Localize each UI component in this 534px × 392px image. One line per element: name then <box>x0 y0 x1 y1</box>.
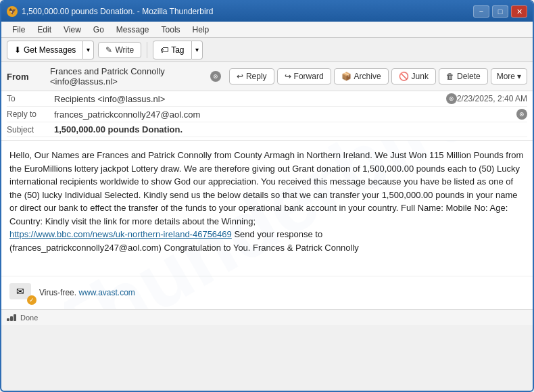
menubar: File Edit View Go Message Tools Help <box>1 22 533 38</box>
envelope-icon: ✉ <box>16 286 24 297</box>
email-body-text: Hello, Our Names are Frances and Patrick… <box>9 149 525 254</box>
close-button[interactable]: ✕ <box>511 5 527 18</box>
action-bar: From Frances and Patrick Connolly <info@… <box>1 62 533 91</box>
get-messages-dropdown[interactable]: ▾ <box>83 41 94 59</box>
email-date: 2/23/2025, 2:40 AM <box>457 94 527 103</box>
avast-check-icon: ✓ <box>27 295 37 305</box>
menu-view[interactable]: View <box>58 24 87 36</box>
block-icon[interactable]: ⊗ <box>210 71 221 82</box>
app-icon: 🦅 <box>7 6 18 17</box>
forward-icon: ↪ <box>285 72 291 81</box>
get-messages-group: ⬇ Get Messages ▾ <box>7 41 94 59</box>
subject-row: Subject 1,500,000.00 pounds Donation. <box>7 122 527 137</box>
statusbar: Done <box>1 309 533 325</box>
tag-dropdown[interactable]: ▾ <box>192 41 203 59</box>
reply-icon: ↩ <box>237 72 243 81</box>
email-fields: To Recipients <info@lassus.nl> ⊗ 2/23/20… <box>1 91 533 140</box>
status-text: Done <box>20 314 38 322</box>
menu-tools[interactable]: Tools <box>156 24 186 36</box>
to-row: To Recipients <info@lassus.nl> ⊗ 2/23/20… <box>7 91 527 107</box>
from-value: Frances and Patrick Connolly <info@lassu… <box>50 66 205 87</box>
tag-icon: 🏷 <box>160 45 168 55</box>
to-block-icon[interactable]: ⊗ <box>446 93 457 104</box>
forward-button[interactable]: ↪ Forward <box>277 68 331 84</box>
email-content-wrapper: Thunderbird Hello, Our Names are Frances… <box>1 141 533 309</box>
more-button[interactable]: More ▾ <box>491 68 527 84</box>
tag-group: 🏷 Tag ▾ <box>153 41 202 59</box>
from-label: From <box>7 72 47 82</box>
email-body: Hello, Our Names are Frances and Patrick… <box>1 141 533 276</box>
titlebar: 🦅 1,500,000.00 pounds Donation. - Mozill… <box>1 1 533 22</box>
toolbar: ⬇ Get Messages ▾ ✎ Write 🏷 Tag ▾ <box>1 38 533 62</box>
subject-value: 1,500,000.00 pounds Donation. <box>54 124 527 134</box>
menu-file[interactable]: File <box>7 24 30 36</box>
get-messages-button[interactable]: ⬇ Get Messages <box>7 41 83 59</box>
write-button[interactable]: ✎ Write <box>98 42 141 58</box>
reply-to-block-icon[interactable]: ⊗ <box>516 109 527 120</box>
junk-icon: 🚫 <box>399 72 409 81</box>
maximize-button[interactable]: □ <box>492 5 508 18</box>
menu-help[interactable]: Help <box>187 24 215 36</box>
minimize-button[interactable]: − <box>473 5 489 18</box>
get-messages-label: Get Messages <box>24 45 76 55</box>
menu-edit[interactable]: Edit <box>32 24 57 36</box>
archive-button[interactable]: 📦 Archive <box>334 68 389 84</box>
subject-label: Subject <box>7 125 54 134</box>
avast-text: Virus-free. www.avast.com <box>39 288 135 297</box>
junk-button[interactable]: 🚫 Junk <box>391 68 436 84</box>
pencil-icon: ✎ <box>105 45 112 55</box>
delete-button[interactable]: 🗑 Delete <box>439 68 488 84</box>
archive-icon: 📦 <box>341 72 351 81</box>
menu-message[interactable]: Message <box>111 24 155 36</box>
reply-to-label: Reply to <box>7 109 54 119</box>
avast-envelope-container: ✉ ✓ <box>9 283 34 302</box>
to-value: Recipients <info@lassus.nl> <box>54 94 443 104</box>
titlebar-left: 🦅 1,500,000.00 pounds Donation. - Mozill… <box>7 6 213 17</box>
reply-to-value: frances_patrickconnolly247@aol.com <box>54 109 514 120</box>
reply-button[interactable]: ↩ Reply <box>229 68 274 84</box>
window-controls: − □ ✕ <box>473 5 527 18</box>
tag-button[interactable]: 🏷 Tag <box>153 41 191 59</box>
delete-icon: 🗑 <box>446 72 454 81</box>
window-title: 1,500,000.00 pounds Donation. - Mozilla … <box>22 7 213 16</box>
wifi-icon <box>7 314 16 321</box>
more-dropdown-arrow: ▾ <box>517 72 521 81</box>
toolbar-separator <box>147 42 147 58</box>
email-header: From Frances and Patrick Connolly <info@… <box>1 62 533 141</box>
avast-link[interactable]: www.avast.com <box>78 288 135 297</box>
to-label: To <box>7 94 54 103</box>
menu-go[interactable]: Go <box>88 24 110 36</box>
avast-footer: ✉ ✓ Virus-free. www.avast.com <box>1 276 533 309</box>
reply-to-row: Reply to frances_patrickconnolly247@aol.… <box>7 107 527 122</box>
download-icon: ⬇ <box>14 45 21 55</box>
bbc-link[interactable]: https://www.bbc.com/news/uk-northern-ire… <box>9 229 232 239</box>
